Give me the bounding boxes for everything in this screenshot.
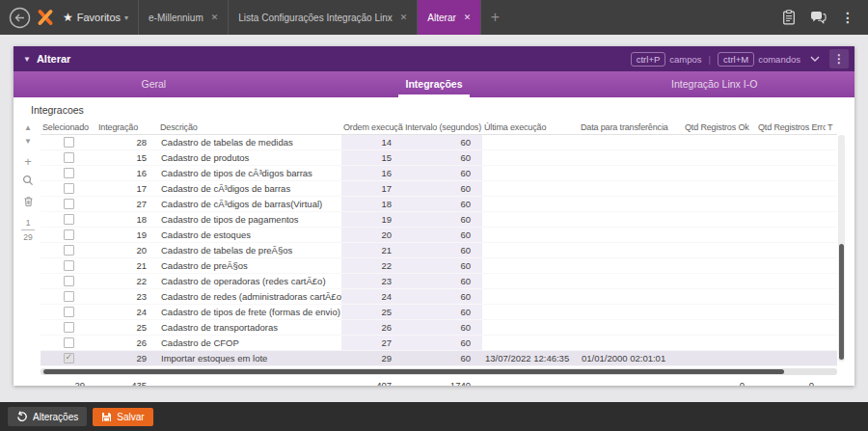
table-row[interactable]: 24 Cadastro de tipos de frete (formas de… <box>41 305 837 320</box>
row-checkbox-cell <box>41 228 96 242</box>
table-row[interactable]: 22 Cadastro de operadoras (redes cartÃ£o… <box>41 274 837 289</box>
collapse-panel-icon[interactable]: ▼ <box>23 55 31 64</box>
alteracoes-button[interactable]: Alterações <box>8 407 87 426</box>
scroll-down-button[interactable]: ▼ <box>19 135 37 147</box>
row-qtd-erro <box>756 150 826 165</box>
table-row[interactable]: 15 Cadastro de produtos 15 60 <box>41 150 837 166</box>
table-row[interactable]: 29 Importar estoques em lote 29 60 13/07… <box>41 351 837 366</box>
row-checkbox[interactable] <box>64 276 74 286</box>
table-row[interactable]: 26 Cadastro de CFOP 27 60 <box>41 336 837 351</box>
row-checkbox[interactable] <box>64 322 74 333</box>
row-checkbox[interactable] <box>64 199 74 209</box>
campos-label: campos <box>669 54 701 65</box>
scroll-up-button[interactable]: ▲ <box>19 121 37 133</box>
row-checkbox[interactable] <box>64 168 74 178</box>
campos-shortcut-button[interactable]: ctrl+P campos <box>631 52 702 67</box>
row-checkbox-cell <box>41 243 96 257</box>
tab-e-millennium[interactable]: e-Millennium ✕ <box>138 0 228 35</box>
comandos-key-chip: ctrl+M <box>718 52 754 67</box>
row-qtd-ok <box>683 274 756 288</box>
row-checkbox[interactable] <box>64 137 74 148</box>
comandos-shortcut-button[interactable]: ctrl+M comandos <box>718 52 800 67</box>
row-checkbox[interactable] <box>64 307 74 317</box>
vertical-scrollbar-thumb[interactable] <box>839 244 844 360</box>
row-extra <box>826 336 837 350</box>
col-ordem-execucao[interactable]: Ordem execução <box>341 120 403 134</box>
table-row[interactable]: 25 Cadastro de transportadoras 26 60 <box>41 320 837 336</box>
table-row[interactable]: 18 Cadastro de tipos de pagamentos 19 60 <box>41 212 837 228</box>
col-truncated[interactable]: T <box>826 120 837 134</box>
row-checkbox[interactable] <box>64 260 74 271</box>
row-checkbox[interactable] <box>64 245 74 256</box>
tab-close-icon[interactable]: ✕ <box>400 13 408 22</box>
clipboard-button[interactable] <box>782 10 796 25</box>
vertical-scrollbar[interactable] <box>838 135 845 362</box>
back-button[interactable] <box>6 4 33 31</box>
total-extra <box>826 377 837 386</box>
row-descricao: Cadastro de cÃ³digos de barras <box>158 181 341 196</box>
row-qtd-erro <box>756 228 826 242</box>
kebab-icon: ⋮ <box>833 52 845 66</box>
favorites-button[interactable]: ★ Favoritos ▾ <box>61 11 138 24</box>
row-qtd-ok <box>683 150 756 165</box>
row-data-transferencia <box>579 274 683 288</box>
col-data-para-transferencia[interactable]: Data para transferência <box>579 120 683 134</box>
search-button[interactable] <box>19 174 37 187</box>
col-intervalo-segundos[interactable]: Intervalo (segundos) <box>403 120 482 134</box>
col-descricao[interactable]: Descrição <box>158 120 341 134</box>
row-descricao: Cadastro de operadoras (redes cartÃ£o) <box>158 274 341 288</box>
table-row[interactable]: 23 Cadastro de redes (administradoras ca… <box>41 289 837 305</box>
horizontal-scrollbar-thumb[interactable] <box>43 369 784 374</box>
tab-alterar[interactable]: Alterar ✕ <box>417 0 481 35</box>
col-ultima-execucao[interactable]: Última execução <box>482 120 579 134</box>
table-row[interactable]: 20 Cadastro de tabelas de preÃ§os 21 60 <box>41 243 837 258</box>
delete-row-button[interactable] <box>19 195 37 208</box>
alteracoes-label: Alterações <box>33 412 78 422</box>
app-window: ★ Favoritos ▾ e-Millennium ✕ Lista Confi… <box>0 0 868 431</box>
tab-integracao-linx-io[interactable]: Integração Linx I-O <box>664 71 765 97</box>
total-qtd-ok: 0 <box>683 377 756 386</box>
horizontal-scrollbar[interactable] <box>41 368 837 375</box>
panel-actions: ctrl+P campos | ctrl+M comandos ⋮ <box>631 49 849 68</box>
add-row-button[interactable]: + <box>19 154 37 168</box>
row-ordem: 29 <box>341 351 403 365</box>
table-row[interactable]: 17 Cadastro de cÃ³digos de barras 17 60 <box>41 181 837 197</box>
row-descricao: Cadastro de tipos de cÃ³digos barras <box>158 166 341 180</box>
row-extra <box>826 320 837 335</box>
tab-integracoes[interactable]: Integrações <box>398 71 471 97</box>
row-checkbox[interactable] <box>64 337 74 348</box>
table-row[interactable]: 27 Cadastro de cÃ³digos de barras(Virtua… <box>41 197 837 212</box>
chat-button[interactable] <box>810 11 827 25</box>
tab-close-icon[interactable]: ✕ <box>464 13 472 22</box>
trash-icon <box>23 196 34 207</box>
row-qtd-ok <box>683 289 756 304</box>
col-qtd-registros-erro[interactable]: Qtd Registros Erro <box>756 120 826 134</box>
table-row[interactable]: 28 Cadastro de tabelas de medidas 14 60 <box>41 135 837 150</box>
new-tab-button[interactable]: + <box>481 0 508 35</box>
row-ultima-execucao <box>482 305 579 319</box>
table-row[interactable]: 19 Cadastro de estoques 20 60 <box>41 228 837 243</box>
tab-lista-configuracoes-integracao-linx[interactable]: Lista Configurações Integração Linx ✕ <box>228 0 417 35</box>
tab-geral[interactable]: Geral <box>133 71 174 97</box>
col-selecionado[interactable]: Selecionado <box>41 120 96 134</box>
commands-dropdown-button[interactable] <box>807 56 823 62</box>
topbar-kebab-button[interactable]: ⋮ <box>841 10 854 25</box>
row-checkbox[interactable] <box>64 353 74 364</box>
row-ultima-execucao <box>482 289 579 304</box>
row-checkbox[interactable] <box>64 214 74 225</box>
col-qtd-registros-ok[interactable]: Qtd Registros Ok <box>683 120 756 134</box>
table-row[interactable]: 21 Cadastro de preÃ§os 22 60 <box>41 258 837 274</box>
table-row[interactable]: 16 Cadastro de tipos de cÃ³digos barras … <box>41 166 837 181</box>
row-checkbox[interactable] <box>64 183 74 194</box>
row-intervalo: 60 <box>403 181 482 196</box>
salvar-button[interactable]: Salvar <box>93 408 152 426</box>
row-checkbox[interactable] <box>64 152 74 163</box>
shortcut-separator: | <box>709 54 711 65</box>
col-integracao[interactable]: Integração <box>96 120 158 134</box>
total-intervalo: 1740 <box>403 377 482 386</box>
row-checkbox[interactable] <box>64 291 74 302</box>
row-checkbox[interactable] <box>64 229 74 240</box>
undo-icon <box>16 411 28 422</box>
tab-close-icon[interactable]: ✕ <box>211 13 219 22</box>
panel-kebab-button[interactable]: ⋮ <box>829 49 849 68</box>
